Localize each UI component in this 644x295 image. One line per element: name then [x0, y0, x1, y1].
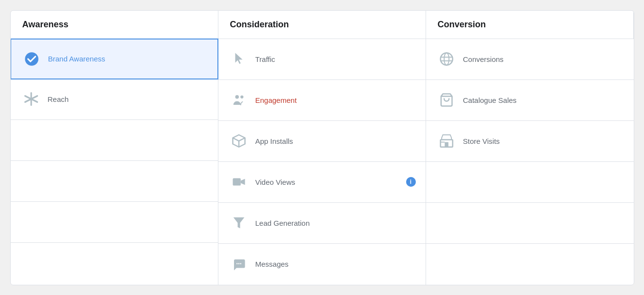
svg-marker-4: [235, 53, 242, 64]
checkmark-circle-icon: [23, 50, 40, 68]
store-icon: [438, 132, 455, 150]
messages-item[interactable]: Messages: [218, 244, 426, 285]
svg-point-14: [240, 263, 241, 264]
people-icon: [230, 91, 248, 109]
svg-point-13: [238, 263, 239, 264]
columns-grid: Awareness Consideration Conversion Brand…: [11, 11, 634, 285]
store-visits-label: Store Visits: [463, 137, 500, 145]
svg-point-6: [240, 96, 243, 98]
box-icon: [230, 132, 248, 150]
brand-awareness-item[interactable]: Brand Awareness: [10, 39, 218, 79]
awareness-empty-1: [11, 120, 218, 161]
chat-icon: [230, 256, 248, 273]
funnel-icon: [230, 214, 248, 232]
conversion-empty-2: [426, 203, 634, 244]
engagement-item[interactable]: Engagement: [218, 80, 426, 121]
video-views-info-badge[interactable]: i: [406, 177, 416, 187]
awareness-column: Brand Awareness Reach: [11, 39, 218, 285]
brand-awareness-label: Brand Awareness: [48, 55, 105, 63]
cart-icon: [438, 91, 455, 109]
store-visits-item[interactable]: Store Visits: [426, 121, 634, 162]
awareness-header: Awareness: [11, 11, 218, 39]
app-installs-item[interactable]: App Installs: [218, 121, 426, 162]
campaign-objective-card: Awareness Consideration Conversion Brand…: [10, 10, 634, 285]
traffic-item[interactable]: Traffic: [218, 39, 426, 80]
awareness-empty-3: [11, 202, 218, 243]
svg-point-0: [25, 52, 39, 66]
lead-generation-label: Lead Generation: [255, 219, 310, 227]
svg-marker-10: [240, 179, 245, 185]
catalogue-sales-label: Catalogue Sales: [463, 96, 517, 104]
conversion-empty-3: [426, 244, 634, 285]
messages-label: Messages: [255, 260, 289, 268]
video-views-item[interactable]: Video Views i: [218, 162, 426, 203]
conversions-label: Conversions: [463, 55, 504, 63]
globe-icon: [438, 50, 455, 68]
lead-generation-item[interactable]: Lead Generation: [218, 203, 426, 244]
conversion-empty-1: [426, 162, 634, 203]
reach-item[interactable]: Reach: [11, 79, 218, 120]
cursor-icon: [230, 50, 248, 68]
catalogue-sales-item[interactable]: Catalogue Sales: [426, 80, 634, 121]
svg-rect-21: [445, 142, 449, 147]
engagement-label: Engagement: [255, 96, 297, 104]
conversions-item[interactable]: Conversions: [426, 39, 634, 80]
awareness-empty-4: [11, 243, 218, 285]
svg-rect-9: [233, 178, 240, 186]
svg-point-16: [444, 53, 449, 65]
consideration-column: Traffic Engagement: [218, 39, 426, 285]
reach-label: Reach: [48, 95, 69, 103]
asterisk-icon: [22, 90, 40, 108]
svg-point-5: [235, 95, 239, 99]
svg-point-15: [440, 53, 452, 65]
conversion-header: Conversion: [426, 11, 634, 39]
video-views-label: Video Views: [255, 178, 295, 186]
svg-marker-11: [233, 217, 244, 229]
conversion-column: Conversions Catalogue Sales: [426, 39, 634, 285]
video-icon: [230, 173, 248, 191]
app-installs-label: App Installs: [255, 137, 293, 145]
svg-point-12: [236, 263, 238, 264]
consideration-header: Consideration: [218, 11, 426, 39]
traffic-label: Traffic: [255, 55, 275, 63]
awareness-empty-2: [11, 161, 218, 202]
